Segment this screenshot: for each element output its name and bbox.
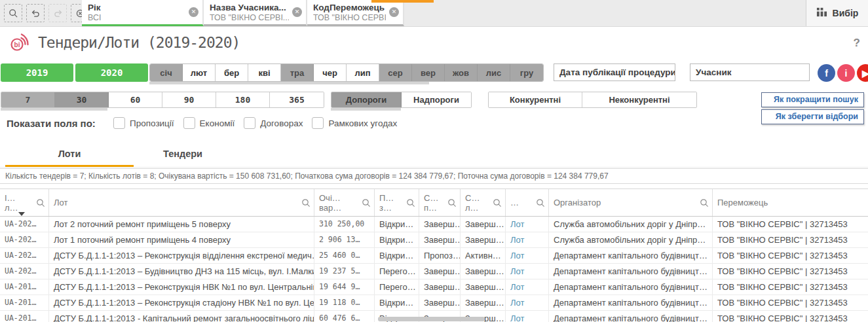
cell-link[interactable]: Лот [506, 311, 549, 322]
month-button-2[interactable]: лют [183, 64, 216, 81]
cell-lot[interactable]: Лот 2 поточний ремонт приміщень 5 поверх… [49, 217, 314, 232]
cell-status-procedure[interactable]: Заверш… [419, 279, 461, 295]
cell-lot-id[interactable]: UA-202… [0, 264, 49, 279]
cell-organizer[interactable]: Департамент капітального будівницт… [549, 264, 713, 279]
tab-loty[interactable]: Лоти [5, 142, 134, 167]
search-icon[interactable] [301, 198, 311, 209]
search-icon[interactable] [362, 198, 371, 209]
improve-search-button[interactable]: Як покращити пошук [761, 92, 864, 107]
search-icon[interactable] [536, 198, 545, 209]
column-header-procedure[interactable]: П…з… [375, 189, 419, 216]
cell-expected-value[interactable]: 60 476 6… [314, 311, 375, 322]
cell-procedure[interactable]: Відкри… [375, 232, 419, 247]
cell-procedure[interactable]: Відкри… [375, 248, 419, 263]
facebook-icon[interactable]: f [818, 64, 835, 82]
selections-panel-toggle[interactable]: Вибір [806, 0, 868, 26]
cell-winner[interactable]: ТОВ "ВІКНО СЕРВІС" | 32713453 [713, 295, 868, 310]
cell-organizer[interactable]: Департамент капітального будівницт… [549, 295, 713, 310]
checkbox-icon[interactable] [183, 117, 195, 129]
cell-expected-value[interactable]: 19 237 5… [314, 264, 375, 279]
dayranges-button-4[interactable]: 90 [162, 92, 216, 107]
save-selections-button[interactable]: Як зберегти відбори [761, 109, 864, 124]
dayranges-button-3[interactable]: 60 [109, 92, 162, 107]
search-icon[interactable] [700, 198, 709, 209]
info-icon[interactable]: i [837, 64, 855, 82]
cell-procedure[interactable]: Відкри… [375, 217, 419, 232]
column-header-lot-id[interactable]: І…л… [0, 189, 49, 216]
cell-link[interactable]: Лот [506, 295, 549, 310]
cell-link[interactable]: Лот [506, 264, 549, 279]
month-button-6[interactable]: чер [314, 64, 347, 81]
cell-lot[interactable]: ДСТУ Б.Д.1.1-1:2013 – Будівництво ДНЗ на… [49, 264, 314, 279]
year-button-2019[interactable]: 2019 [1, 63, 73, 82]
close-icon[interactable]: ✕ [292, 7, 302, 17]
cell-organizer[interactable]: Служба автомобільних доріг у Дніпр… [549, 232, 713, 247]
cell-lot[interactable]: ДСТУ Б.Д.1.1-1:2013 - Капітальний ремонт… [49, 311, 314, 322]
dayranges-button-2[interactable]: 30 [55, 92, 109, 107]
cell-link[interactable]: Лот [506, 217, 549, 232]
search-icon[interactable] [493, 198, 502, 209]
month-button-10[interactable]: жов [445, 64, 478, 81]
cell-organizer[interactable]: Департамент капітального будівницт… [549, 279, 713, 295]
cell-winner[interactable]: ТОВ "ВІКНО СЕРВІС" | 32713453 [713, 217, 868, 232]
selection-chip-3[interactable]: КодПереможецьТОВ "ВІКНО СЕРВІ...✕ [307, 0, 404, 26]
thresholds-button-2[interactable]: Надпороги [402, 92, 471, 107]
tab-tendery[interactable]: Тендери [134, 142, 232, 165]
cell-procedure[interactable]: Перего… [375, 264, 419, 279]
cell-lot-id[interactable]: UA-201… [0, 295, 49, 310]
cell-lot-id[interactable]: UA-202… [0, 232, 49, 247]
competition-button-1[interactable]: Конкурентні [489, 92, 582, 107]
cell-expected-value[interactable]: 310 250,00 [314, 217, 375, 232]
date-search-box[interactable]: Дата публікації процедури [554, 63, 675, 81]
column-header-status-procedure[interactable]: С…п… [419, 189, 461, 216]
cell-organizer[interactable]: Департамент капітального будівницт… [549, 248, 713, 263]
cell-lot-id[interactable]: UA-202… [0, 217, 49, 232]
cell-status-lot[interactable]: Заверш… [461, 217, 506, 232]
month-button-3[interactable]: бер [216, 64, 248, 81]
column-header-organizer[interactable]: Організатор [549, 189, 713, 216]
column-header-link[interactable]: … [506, 189, 549, 216]
month-button-11[interactable]: лис [478, 64, 510, 81]
smart-search-icon[interactable] [4, 4, 22, 22]
month-button-1[interactable]: січ [150, 64, 183, 81]
dayranges-button-1[interactable]: 7 [1, 92, 55, 107]
cell-status-procedure[interactable]: Заверш… [419, 217, 461, 232]
cell-lot-id[interactable]: UA-201… [0, 279, 49, 295]
checkbox-icon[interactable] [244, 117, 255, 129]
cell-status-lot[interactable]: Заверш… [461, 264, 506, 279]
month-button-7[interactable]: лип [347, 64, 379, 81]
thresholds-button-1[interactable]: Допороги [331, 92, 402, 107]
cell-procedure[interactable]: Перего… [375, 279, 419, 295]
cell-winner[interactable]: ТОВ "ВІКНО СЕРВІС" | 32713453 [713, 232, 868, 247]
competition-button-2[interactable]: Неконкурентні [582, 92, 696, 107]
month-button-8[interactable]: сер [379, 64, 412, 81]
selection-chip-1[interactable]: РікВСІ✕ [82, 0, 204, 26]
table-horizontal-scrollbar[interactable] [378, 317, 485, 321]
dayranges-button-6[interactable]: 365 [270, 92, 324, 107]
cell-organizer[interactable]: Служба автомобільних доріг у Дніпр… [549, 217, 713, 232]
cell-status-procedure[interactable]: Заверш… [419, 232, 461, 247]
months-scrollbar[interactable] [149, 82, 429, 84]
column-header-winner[interactable]: Переможець [713, 189, 868, 216]
cell-link[interactable]: Лот [506, 279, 549, 295]
cell-status-procedure[interactable]: Заверш… [419, 264, 461, 279]
cell-status-procedure[interactable]: Пропоз… [419, 248, 461, 263]
dayranges-button-5[interactable]: 180 [216, 92, 270, 107]
cell-lot[interactable]: ДСТУ Б.Д.1.1-1:2013 – Реконструкція НВК … [49, 279, 314, 295]
search-icon[interactable] [406, 198, 415, 209]
cell-expected-value[interactable]: 19 118 0… [314, 295, 375, 310]
month-button-5[interactable]: тра [281, 64, 314, 81]
month-button-12[interactable]: гру [510, 64, 543, 81]
column-header-lot[interactable]: Лот [49, 189, 314, 216]
day-range-scrollbar[interactable] [1, 108, 107, 111]
cell-status-lot[interactable]: Активн… [461, 248, 506, 263]
checkbox-icon[interactable] [312, 117, 324, 129]
cell-status-lot[interactable]: Заверш… [461, 232, 506, 247]
cell-expected-value[interactable]: 25 460 0… [314, 248, 375, 263]
cell-expected-value[interactable]: 19 644 9… [314, 279, 375, 295]
cell-winner[interactable]: ТОВ "ВІКНО СЕРВІС" | 32713453 [713, 311, 868, 322]
search-icon[interactable] [36, 198, 45, 209]
selection-chip-2[interactable]: Назва Учасника...ТОВ "ВІКНО СЕРВІ...✕ [204, 0, 307, 26]
youtube-icon[interactable]: ▶ [857, 64, 868, 82]
cell-lot[interactable]: ДСТУ Б.Д.1.1-1:2013 – Реконструкція відд… [49, 248, 314, 263]
